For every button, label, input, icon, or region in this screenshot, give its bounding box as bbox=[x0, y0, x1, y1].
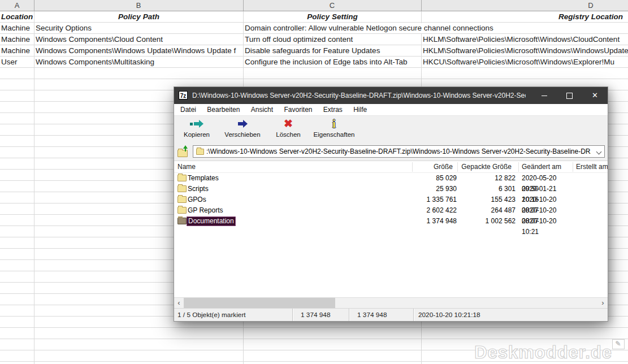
cell-location-header[interactable]: Location bbox=[1, 12, 33, 22]
deskmodder-watermark: Deskmodder.de✎ bbox=[474, 343, 625, 363]
scrollbar-thumb[interactable] bbox=[184, 298, 335, 308]
item-name[interactable]: GPOs bbox=[188, 194, 206, 205]
address-bar: :\Windows-10-Windows Server-v20H2-Securi… bbox=[174, 143, 608, 161]
parent-folder-button[interactable] bbox=[176, 145, 191, 158]
item-size: 1 335 761 bbox=[415, 194, 457, 205]
toolbar: Kopieren Verschieben ✖ Löschen i Eigensc… bbox=[174, 116, 608, 143]
item-modified: 2020-01-21 10:16 bbox=[522, 184, 573, 194]
item-size: 25 930 bbox=[415, 184, 457, 194]
item-packed-size: 6 301 bbox=[461, 184, 516, 194]
list-column-headers: Name Größe Gepackte Größe Geändert am Er… bbox=[174, 161, 608, 173]
column-header-size[interactable]: Größe bbox=[415, 161, 453, 172]
menu-view[interactable]: Ansicht bbox=[246, 104, 278, 115]
close-button[interactable]: ✕ bbox=[582, 87, 608, 104]
title-bar[interactable]: 7z D:\Windows-10-Windows Server-v20H2-Se… bbox=[174, 87, 608, 104]
status-modified: 2020-10-20 10:21:18 bbox=[414, 309, 608, 321]
info-icon: i bbox=[332, 118, 336, 129]
menu-favorites[interactable]: Favoriten bbox=[279, 104, 317, 115]
cell-policy-setting[interactable]: Configure the inclusion of Edge tabs int… bbox=[245, 57, 420, 67]
column-header-b[interactable]: B bbox=[34, 0, 243, 11]
minimize-icon bbox=[542, 96, 547, 96]
cell-policy-path[interactable]: Windows Components\Multitasking bbox=[36, 57, 242, 67]
maximize-button[interactable] bbox=[557, 87, 582, 104]
minimize-button[interactable] bbox=[531, 87, 557, 104]
properties-button[interactable]: i Eigenschaften bbox=[311, 117, 357, 142]
folder-icon bbox=[177, 207, 187, 214]
close-icon: ✕ bbox=[592, 91, 598, 99]
status-size: 1 374 948 bbox=[293, 309, 349, 321]
cell-registry-location-header[interactable]: Registry Location bbox=[421, 12, 628, 22]
cell-policy-setting-header[interactable]: Policy Setting bbox=[245, 12, 420, 22]
item-name[interactable]: GP Reports bbox=[188, 205, 223, 216]
cell-location[interactable]: Machine bbox=[1, 46, 33, 56]
scroll-right-arrow[interactable]: › bbox=[598, 298, 608, 308]
item-packed-size: 12 822 bbox=[461, 173, 516, 184]
window-title: D:\Windows-10-Windows Server-v20H2-Secur… bbox=[192, 87, 526, 104]
cell-policy-setting[interactable]: Turn off cloud optimized content bbox=[245, 34, 420, 45]
7zip-window: 7z D:\Windows-10-Windows Server-v20H2-Se… bbox=[174, 86, 608, 322]
column-header-a[interactable]: A bbox=[0, 0, 34, 11]
cell-policy-setting[interactable]: Domain controller: Allow vulnerable Netl… bbox=[245, 23, 496, 33]
cell-policy-setting[interactable]: Disable safeguards for Feature Updates bbox=[245, 46, 420, 56]
path-combobox[interactable]: :\Windows-10-Windows Server-v20H2-Securi… bbox=[193, 145, 605, 158]
item-name[interactable]: Scripts bbox=[188, 184, 209, 194]
cell-location[interactable]: Machine bbox=[1, 23, 33, 33]
column-header-modified[interactable]: Geändert am bbox=[522, 161, 571, 172]
cell-location[interactable]: User bbox=[1, 57, 33, 67]
current-path[interactable]: :\Windows-10-Windows Server-v20H2-Securi… bbox=[206, 146, 591, 157]
item-packed-size: 264 487 bbox=[461, 205, 516, 216]
item-modified: 2020-10-20 08:07 bbox=[522, 194, 573, 205]
watermark-text: Deskmodder.de bbox=[474, 343, 612, 362]
file-list: Templates 85 029 12 822 2020-05-20 09:50… bbox=[174, 173, 608, 297]
pen-icon: ✎ bbox=[612, 339, 625, 349]
cell-registry-location[interactable]: HKLM\Software\Policies\Microsoft\Windows… bbox=[423, 46, 628, 56]
dropdown-chevron-icon[interactable] bbox=[596, 149, 602, 155]
cell-registry-location[interactable]: HKCU\Software\Policies\Microsoft\Windows… bbox=[423, 57, 628, 67]
menu-help[interactable]: Hilfe bbox=[349, 104, 371, 115]
folder-icon bbox=[177, 175, 187, 181]
list-item[interactable]: GP Reports 2 602 422 264 487 2020-10-20 … bbox=[174, 205, 608, 216]
cell-location[interactable]: Machine bbox=[1, 34, 33, 45]
delete-icon: ✖ bbox=[284, 118, 293, 129]
copy-button-label: Kopieren bbox=[174, 131, 219, 138]
column-header-c[interactable]: C bbox=[243, 0, 421, 11]
scroll-left-arrow[interactable]: ‹ bbox=[174, 298, 184, 308]
column-header-packed-size[interactable]: Gepackte Größe bbox=[461, 161, 512, 172]
column-header-strip: A B C D bbox=[0, 0, 628, 11]
move-button-label: Verschieben bbox=[220, 131, 265, 138]
menu-edit[interactable]: Bearbeiten bbox=[202, 104, 244, 115]
copy-button[interactable]: Kopieren bbox=[174, 117, 219, 142]
column-header-name[interactable]: Name bbox=[177, 161, 412, 172]
cell-policy-path[interactable]: Windows Components\Windows Update\Window… bbox=[36, 46, 242, 56]
cell-registry-location[interactable]: HKLM\Software\Policies\Microsoft\Windows… bbox=[423, 34, 628, 45]
menu-extras[interactable]: Extras bbox=[319, 104, 347, 115]
column-separator bbox=[34, 0, 34, 11]
item-name[interactable]: Documentation bbox=[187, 216, 236, 226]
item-size: 2 602 422 bbox=[415, 205, 457, 216]
cell-policy-path[interactable]: Security Options bbox=[36, 23, 242, 33]
item-modified: 2020-10-20 10:21 bbox=[522, 216, 573, 227]
item-size: 85 029 bbox=[415, 173, 457, 184]
folder-icon bbox=[196, 149, 204, 155]
list-item-selected[interactable]: Documentation 1 374 948 1 002 562 2020-1… bbox=[174, 216, 608, 227]
cell-policy-path-header[interactable]: Policy Path bbox=[36, 12, 242, 22]
item-size: 1 374 948 bbox=[415, 216, 457, 227]
menu-file[interactable]: Datei bbox=[176, 104, 201, 115]
list-item[interactable]: Templates 85 029 12 822 2020-05-20 09:50 bbox=[174, 173, 608, 184]
copy-icon bbox=[174, 117, 219, 131]
folder-icon bbox=[177, 218, 187, 224]
move-button[interactable]: Verschieben bbox=[220, 117, 265, 142]
item-packed-size: 1 002 562 bbox=[461, 216, 516, 227]
status-packed-size: 1 374 948 bbox=[349, 309, 414, 321]
list-item[interactable]: GPOs 1 335 761 155 423 2020-10-20 08:07 bbox=[174, 194, 608, 205]
horizontal-scrollbar[interactable]: ‹ › bbox=[174, 297, 608, 308]
list-item[interactable]: Scripts 25 930 6 301 2020-01-21 10:16 bbox=[174, 184, 608, 194]
column-header-d[interactable]: D bbox=[421, 0, 628, 11]
delete-button[interactable]: ✖ Löschen bbox=[266, 117, 311, 142]
item-packed-size: 155 423 bbox=[461, 194, 516, 205]
item-modified: 2020-05-20 09:50 bbox=[522, 173, 573, 184]
status-bar: 1 / 5 Objekt(e) markiert 1 374 948 1 374… bbox=[174, 308, 608, 321]
item-name[interactable]: Templates bbox=[188, 173, 219, 184]
cell-policy-path[interactable]: Windows Components\Cloud Content bbox=[36, 34, 242, 45]
column-header-created[interactable]: Erstellt am bbox=[576, 161, 608, 172]
